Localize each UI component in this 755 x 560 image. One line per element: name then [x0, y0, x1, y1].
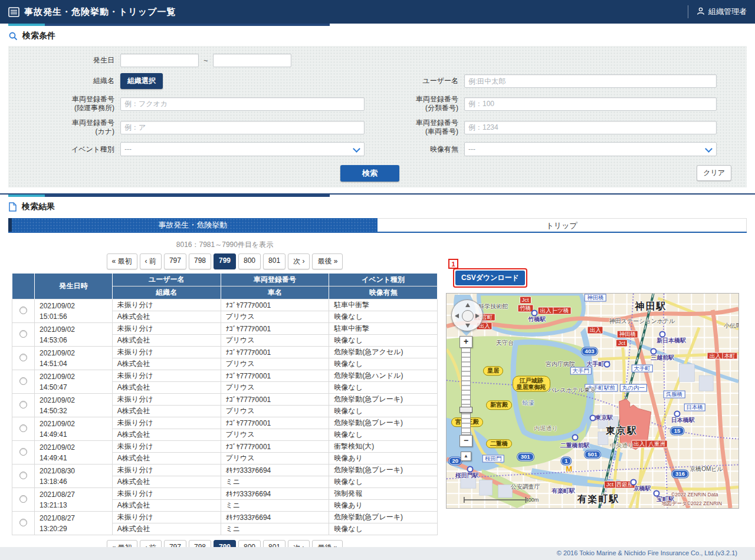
organization-cell: A株式会社 — [112, 500, 221, 512]
video-cell: 映像あり — [329, 500, 438, 512]
list-icon — [8, 6, 19, 18]
pagination-page-button[interactable]: 801 — [263, 253, 285, 269]
map-label: パレスホテル東京 — [548, 387, 596, 394]
map-label: 日本橋 — [684, 403, 706, 411]
reg-office-input[interactable] — [120, 97, 365, 111]
map-zoom-handle[interactable] — [459, 407, 472, 413]
results-tabs: 事故発生・危険挙動 トリップ — [8, 218, 747, 233]
map-overview-button[interactable]: ▲ — [461, 452, 471, 461]
clear-button[interactable]: クリア — [697, 165, 731, 181]
map-zoom-out-button[interactable]: − — [459, 435, 472, 447]
reg-kana-label: 車両登録番号 — [72, 118, 114, 127]
event-type-select[interactable]: --- — [120, 142, 365, 156]
csv-download-button[interactable]: CSVダウンロード — [455, 271, 525, 285]
event-cell: 危険挙動(急ハンドル) — [329, 370, 438, 382]
reg-class-input[interactable] — [464, 97, 717, 111]
organization-field: 組織名 組織選択 — [8, 73, 370, 89]
search-button[interactable]: 検索 — [340, 165, 399, 182]
car-name-cell: プリウス — [221, 429, 329, 441]
pagination-nav-button[interactable]: ‹ 前 — [140, 253, 162, 269]
row-radio-button[interactable] — [19, 354, 27, 361]
pagination-page-button[interactable]: 798 — [189, 253, 211, 269]
car-name-cell: プリウス — [221, 311, 329, 323]
pan-down-icon[interactable] — [465, 324, 470, 328]
pagination-page-button[interactable]: 799 — [214, 253, 236, 269]
pagination-page-button[interactable]: 800 — [238, 253, 261, 269]
map-label: 二重橋前駅 — [560, 443, 590, 450]
map[interactable]: 神田駅神田ステーションホテル小伝馬新日本橋駅三越前駅本町出入神田橋神田橋Jct4… — [446, 293, 739, 509]
reg-kana-input[interactable] — [120, 121, 365, 134]
map-label: 丸の内一 — [620, 384, 647, 392]
car-name-cell: ミニ — [221, 476, 329, 488]
user-cell: 未振り分け — [112, 417, 221, 429]
map-label: 内堀通り — [534, 426, 557, 433]
tab-trip[interactable]: トリップ — [378, 218, 747, 232]
map-label: 316 — [672, 470, 688, 477]
user-menu[interactable]: 組織管理者 — [688, 5, 747, 18]
reg-number-input[interactable] — [464, 121, 717, 134]
pagination-nav-button[interactable]: « 最初 — [107, 253, 137, 269]
pan-up-icon[interactable] — [465, 303, 470, 307]
row-radio-cell — [12, 370, 35, 394]
organization-cell: A株式会社 — [112, 406, 221, 417]
tab-accident-danger[interactable]: 事故発生・危険挙動 — [8, 218, 378, 232]
date-to-input[interactable] — [213, 54, 291, 67]
table-row: 2021/09/0214:50:47未振り分けﾅｺﾞﾔ777ｱ0001危険挙動(… — [12, 370, 438, 382]
pagination-page-button[interactable]: 797 — [164, 253, 186, 269]
row-radio-button[interactable] — [19, 377, 27, 385]
event-cell: 危険挙動(急ブレーキ) — [329, 512, 438, 523]
map-label: 501 — [585, 451, 601, 459]
reg-office-field: 車両登録番号(陸運事務所) — [8, 95, 370, 113]
table-row: 2021/08/2713:20:29未振り分けｵｷﾅﾜ333ｱ6694危険挙動(… — [12, 512, 438, 523]
search-icon — [8, 31, 18, 41]
table-row: 2021/09/0214:49:41未振り分けﾅｺﾞﾔ777ｱ0001危険挙動(… — [12, 417, 438, 429]
date-from-input[interactable] — [120, 54, 199, 67]
user-header: ユーザー名 — [112, 274, 221, 286]
section-indicator — [8, 24, 330, 26]
car-name-cell: ミニ — [221, 523, 329, 535]
video-cell: 映像なし — [329, 406, 438, 417]
table-row: 2021/09/0214:51:04未振り分けﾅｺﾞﾔ777ｱ0001危険挙動(… — [12, 347, 438, 358]
pan-left-icon[interactable] — [455, 314, 459, 318]
map-label: 神田駅 — [635, 301, 667, 312]
map-zoom-control: + − ▲ — [459, 336, 472, 461]
pan-center-icon[interactable] — [462, 310, 474, 322]
datetime-cell: 2021/08/3013:18:46 — [34, 465, 112, 488]
pan-right-icon[interactable] — [475, 314, 480, 318]
row-radio-button[interactable] — [19, 472, 27, 479]
video-cell: 映像なし — [329, 476, 438, 488]
results-table: 発生日時 ユーザー名 車両登録番号 イベント種別 組織名 車名 映像有無 202… — [12, 273, 438, 535]
row-radio-button[interactable] — [19, 424, 27, 432]
event-cell: 衝撃検知(大) — [329, 441, 438, 453]
map-label: 八重洲 — [646, 440, 668, 447]
map-label: 竹橋駅 — [528, 316, 546, 323]
metro-station-icon — [604, 361, 610, 368]
user-name-input[interactable] — [464, 74, 717, 88]
row-radio-button[interactable] — [19, 448, 27, 456]
map-label: Jct — [604, 480, 616, 488]
map-label: 出入 — [707, 352, 723, 360]
video-select[interactable]: --- — [464, 142, 717, 156]
map-zoom-in-button[interactable]: + — [459, 336, 472, 348]
map-zoom-slider[interactable] — [461, 348, 471, 435]
row-radio-button[interactable] — [19, 330, 27, 338]
row-radio-button[interactable] — [19, 495, 27, 503]
organization-select-button[interactable]: 組織選択 — [120, 73, 163, 89]
row-radio-button[interactable] — [19, 307, 27, 314]
map-label: 出入 — [631, 440, 647, 447]
pagination-nav-button[interactable]: 最後 » — [312, 253, 343, 269]
pagination-nav-button[interactable]: 次 › — [288, 253, 310, 269]
table-row: 2021/09/0214:50:32未振り分けﾅｺﾞﾔ777ｱ0001危険挙動(… — [12, 394, 438, 406]
video-cell: 映像なし — [329, 335, 438, 347]
app-header: 事故発生・危険挙動・トリップ一覧 組織管理者 — [0, 0, 755, 24]
map-label: 403 — [582, 348, 598, 355]
search-section: 検索条件 発生日 ~ 組織名 組織選択 ユーザー名 — [0, 24, 755, 187]
reg-office-sublabel: (陸運事務所) — [8, 104, 114, 113]
row-radio-button[interactable] — [19, 519, 27, 526]
row-radio-button[interactable] — [19, 401, 27, 409]
map-pan-control[interactable] — [451, 299, 483, 331]
video-field: 映像有無 --- — [370, 142, 731, 156]
event-cell: 強制発報 — [329, 488, 438, 500]
video-cell: 映像なし — [329, 523, 438, 535]
map-label: Jct — [520, 296, 531, 304]
